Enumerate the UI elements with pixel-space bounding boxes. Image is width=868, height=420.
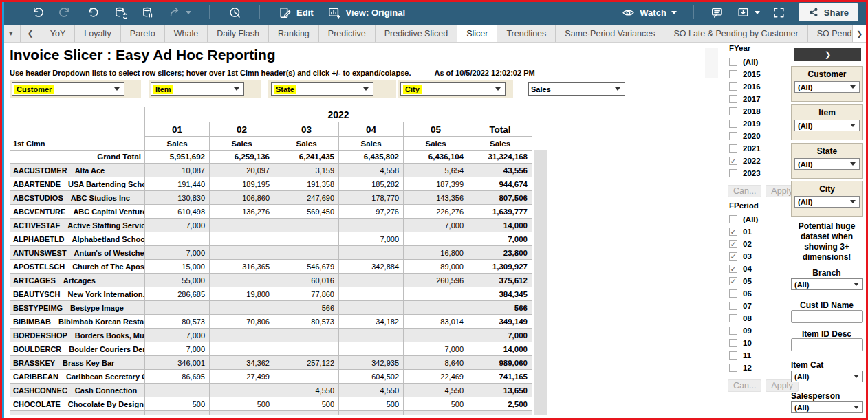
redo-icon[interactable]	[58, 5, 72, 19]
row-label[interactable]: BRASSKEY Brass Key Bar	[10, 356, 145, 370]
run-update-icon[interactable]	[168, 5, 182, 19]
row-label[interactable]: BEAUTYSCH New York Internation..	[10, 287, 145, 301]
sales-value[interactable]: 16,800	[404, 246, 468, 260]
fyear-option-2016[interactable]: 2016	[726, 80, 790, 93]
sales-value[interactable]	[210, 384, 274, 397]
sales-value[interactable]	[210, 219, 274, 232]
row-label[interactable]: ABCSTUDIOS ABC Studios Inc	[10, 191, 145, 205]
sales-value[interactable]	[339, 301, 404, 315]
row-label[interactable]: CASHCONNEC Cash Connection	[10, 384, 145, 397]
sales-value[interactable]	[339, 246, 404, 260]
sales-value[interactable]	[404, 287, 468, 301]
tab-daily-flash[interactable]: Daily Flash	[208, 25, 269, 42]
row-label[interactable]: ARTCAGES Artcages	[10, 274, 145, 287]
grand-total-value[interactable]: 6,436,104	[404, 151, 468, 164]
row-label[interactable]: CJOEQUIP Jersey Central Office Eq..	[10, 411, 145, 416]
sales-value[interactable]: 610,498	[145, 205, 210, 219]
row-total-value[interactable]: 43,556	[468, 164, 532, 177]
sales-value[interactable]: 34,955	[339, 411, 404, 416]
sales-value[interactable]: 80,573	[274, 315, 339, 329]
unchecked-checkbox-icon[interactable]	[729, 107, 737, 115]
row-label[interactable]: BORDERSHOP Borders Books, Mus..	[10, 329, 145, 342]
state-slicer-dropdown[interactable]: State	[271, 82, 373, 96]
sales-value[interactable]: 185,282	[339, 177, 404, 191]
period-header[interactable]: 04	[339, 122, 404, 137]
sales-value[interactable]: 15,000	[145, 260, 210, 274]
fyear-option-all[interactable]: (All)	[726, 56, 790, 68]
cust-id-name-input[interactable]	[791, 310, 863, 323]
row-total-value[interactable]: 7,000	[468, 329, 532, 342]
tab-so-late-pending-by-customer[interactable]: SO Late & Pending by Customer	[664, 25, 807, 42]
row-total-value[interactable]: 741,165	[468, 370, 532, 384]
sales-value[interactable]: 60,247	[404, 411, 468, 416]
sales-value[interactable]: 89,000	[404, 260, 468, 274]
sales-value[interactable]	[274, 232, 339, 246]
fperiod-option-all[interactable]: (All)	[726, 213, 790, 225]
fperiod-option-08[interactable]: 08	[726, 312, 790, 324]
comments-icon[interactable]	[710, 5, 724, 19]
row-label[interactable]: ANTUNSWEST Antun's of Westche..	[10, 246, 145, 260]
sales-value[interactable]	[210, 329, 274, 342]
sales-value[interactable]	[210, 301, 274, 315]
sales-value[interactable]: 226,276	[404, 205, 468, 219]
unchecked-checkbox-icon[interactable]	[729, 364, 737, 372]
row-total-value[interactable]: 375,612	[468, 274, 532, 287]
refresh-data-icon[interactable]	[113, 5, 127, 19]
sales-value[interactable]	[339, 274, 404, 287]
checked-checkbox-icon[interactable]: ✓	[729, 157, 737, 165]
fperiod-cancel-button[interactable]: Can...	[728, 379, 761, 392]
row-total-value[interactable]: 14,000	[468, 219, 532, 232]
fperiod-option-06[interactable]: 06	[726, 287, 790, 300]
fperiod-option-12[interactable]: 12	[726, 362, 790, 374]
fperiod-option-01[interactable]: ✓01	[726, 225, 790, 238]
unchecked-checkbox-icon[interactable]	[729, 289, 737, 298]
fyear-option-2017[interactable]: 2017	[726, 93, 790, 105]
download-icon[interactable]	[737, 5, 750, 19]
row-total-value[interactable]: 13,650	[468, 384, 532, 397]
sales-value[interactable]: 500	[274, 397, 339, 411]
sales-value[interactable]: 7,000	[145, 329, 210, 342]
sales-value[interactable]: 604,502	[339, 370, 404, 384]
checked-checkbox-icon[interactable]: ✓	[729, 252, 737, 261]
sales-value[interactable]: 34,182	[339, 315, 404, 329]
fyear-option-2018[interactable]: 2018	[726, 105, 790, 118]
row-total-value[interactable]: 14,000	[468, 342, 532, 356]
row-label[interactable]: CHOCOLATE Chocolate By Design	[10, 397, 145, 411]
sales-value[interactable]: 86,695	[145, 370, 210, 384]
year-header[interactable]: 2022	[145, 107, 532, 122]
item-slicer-dropdown[interactable]: Item	[151, 82, 244, 96]
share-button[interactable]: Share	[799, 3, 858, 21]
unchecked-checkbox-icon[interactable]	[729, 351, 737, 360]
sales-value[interactable]: 8,640	[404, 356, 468, 370]
download-caret-icon[interactable]	[755, 11, 760, 14]
sales-value[interactable]	[145, 384, 210, 397]
sales-value[interactable]: 34,362	[210, 356, 274, 370]
sales-value[interactable]: 136,276	[210, 205, 274, 219]
sales-value[interactable]: 500	[339, 397, 404, 411]
tab-yoy[interactable]: YoY	[41, 25, 75, 42]
row-total-value[interactable]: 566	[468, 301, 532, 315]
sales-value[interactable]: 83,014	[404, 315, 468, 329]
sales-value[interactable]	[210, 274, 274, 287]
checked-checkbox-icon[interactable]: ✓	[729, 265, 737, 273]
fullscreen-icon[interactable]	[772, 5, 786, 19]
sales-value[interactable]	[145, 301, 210, 315]
sales-value[interactable]: 500	[210, 397, 274, 411]
fperiod-option-02[interactable]: ✓02	[726, 238, 790, 250]
unchecked-checkbox-icon[interactable]	[729, 132, 737, 140]
fyear-option-2015[interactable]: 2015	[726, 68, 790, 80]
fperiod-option-07[interactable]: 07	[726, 300, 790, 312]
grand-total-value[interactable]: 6,241,435	[274, 151, 339, 164]
unchecked-checkbox-icon[interactable]	[729, 215, 737, 223]
row-total-value[interactable]: 384,345	[468, 287, 532, 301]
unchecked-checkbox-icon[interactable]	[729, 120, 737, 128]
sales-value[interactable]: 4,550	[274, 384, 339, 397]
row-label[interactable]: BIBIMBAB Bibimbab Korean Resta..	[10, 315, 145, 329]
sales-value[interactable]: 4,550	[339, 384, 404, 397]
sales-value[interactable]: 60,016	[274, 274, 339, 287]
tab-list-dropdown[interactable]: ▾	[2, 25, 21, 42]
sales-value[interactable]	[210, 232, 274, 246]
unchecked-checkbox-icon[interactable]	[729, 70, 737, 78]
fyear-cancel-button[interactable]: Can...	[728, 185, 761, 197]
sales-value[interactable]: 7,000	[145, 342, 210, 356]
